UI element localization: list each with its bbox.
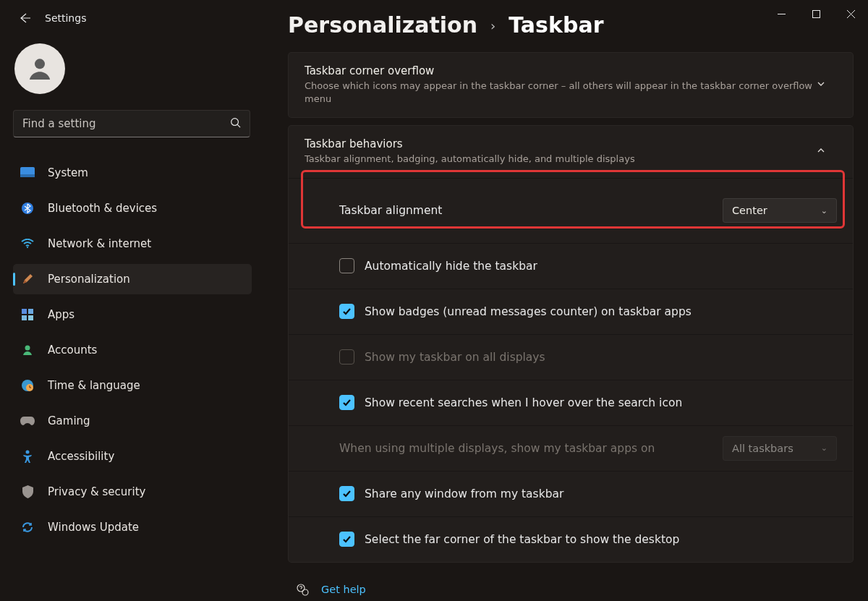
sidebar-item-accounts[interactable]: Accounts	[13, 335, 252, 365]
chevron-down-icon	[817, 80, 837, 90]
setting-label: Show badges (unread messages counter) on…	[365, 305, 692, 318]
svg-point-20	[302, 589, 308, 595]
chevron-right-icon: ›	[490, 18, 495, 33]
search-input[interactable]	[22, 117, 241, 130]
svg-point-18	[26, 451, 30, 454]
breadcrumb-current: Taskbar	[509, 12, 603, 38]
sidebar: System Bluetooth & devices Network & int…	[13, 43, 252, 547]
gamepad-icon	[20, 414, 35, 428]
svg-point-10	[27, 247, 28, 248]
sidebar-item-label: Windows Update	[48, 521, 139, 534]
get-help-row[interactable]: Get help	[288, 570, 854, 599]
setting-label: Select the far corner of the taskbar to …	[365, 533, 679, 546]
sidebar-item-system[interactable]: System	[13, 158, 252, 188]
sidebar-item-label: Privacy & security	[48, 485, 145, 498]
update-icon	[20, 520, 35, 534]
svg-line-6	[237, 124, 240, 127]
svg-rect-8	[20, 174, 35, 177]
chevron-up-icon	[817, 146, 837, 157]
svg-rect-12	[28, 309, 33, 314]
breadcrumb-parent[interactable]: Personalization	[288, 12, 477, 38]
sidebar-item-label: Accounts	[48, 344, 97, 357]
back-button[interactable]	[7, 1, 42, 35]
checkbox-all-displays	[339, 349, 354, 365]
paintbrush-icon	[20, 272, 35, 286]
svg-rect-11	[22, 309, 27, 314]
app-title: Settings	[45, 12, 86, 24]
chevron-down-icon: ⌄	[821, 443, 827, 453]
dropdown-multi-display: All taskbars ⌄	[723, 436, 837, 461]
checkbox-auto-hide[interactable]	[339, 258, 354, 273]
sidebar-item-network[interactable]: Network & internet	[13, 229, 252, 259]
sidebar-item-label: Accessibility	[48, 450, 114, 463]
setting-label: Share any window from my taskbar	[365, 487, 563, 500]
sidebar-item-label: System	[48, 166, 88, 179]
nav-list: System Bluetooth & devices Network & int…	[13, 158, 252, 547]
apps-icon	[20, 307, 35, 322]
row-auto-hide[interactable]: Automatically hide the taskbar	[289, 243, 853, 289]
search-icon	[230, 117, 241, 131]
search-input-wrapper[interactable]	[13, 110, 250, 137]
wifi-icon	[20, 236, 35, 251]
globe-clock-icon	[20, 378, 35, 393]
user-avatar[interactable]	[14, 43, 65, 94]
svg-rect-13	[22, 315, 27, 320]
panel-subtitle: Taskbar alignment, badging, automaticall…	[305, 153, 635, 166]
sidebar-item-label: Network & internet	[48, 237, 151, 250]
setting-label: Automatically hide the taskbar	[365, 260, 537, 273]
sidebar-item-time-language[interactable]: Time & language	[13, 370, 252, 401]
svg-point-4	[35, 59, 45, 69]
setting-label: Taskbar alignment	[339, 204, 442, 217]
get-help-link[interactable]: Get help	[321, 584, 366, 595]
panel-taskbar-corner-overflow[interactable]: Taskbar corner overflow Choose which ico…	[288, 52, 854, 118]
chevron-down-icon: ⌄	[821, 206, 827, 216]
row-show-badges[interactable]: Show badges (unread messages counter) on…	[289, 289, 853, 334]
row-recent-searches[interactable]: Show recent searches when I hover over t…	[289, 380, 853, 425]
sidebar-item-label: Time & language	[48, 379, 140, 392]
bluetooth-icon	[20, 201, 35, 216]
breadcrumb: Personalization › Taskbar	[288, 12, 854, 38]
row-taskbar-alignment: Taskbar alignment Center ⌄	[289, 178, 853, 243]
row-all-displays: Show my taskbar on all displays	[289, 334, 853, 380]
svg-point-5	[231, 118, 239, 125]
person-icon	[20, 343, 35, 357]
shield-icon	[20, 485, 35, 499]
checkbox-recent-searches[interactable]	[339, 395, 354, 410]
sidebar-item-label: Bluetooth & devices	[48, 202, 157, 215]
sidebar-item-windows-update[interactable]: Windows Update	[13, 512, 252, 542]
panel-subtitle: Choose which icons may appear in the tas…	[305, 80, 817, 106]
setting-label: Show my taskbar on all displays	[365, 351, 545, 364]
dropdown-taskbar-alignment[interactable]: Center ⌄	[723, 198, 837, 223]
help-icon	[295, 583, 310, 596]
row-multi-display-apps: When using multiple displays, show my ta…	[289, 425, 853, 471]
display-icon	[20, 166, 35, 180]
checkbox-show-badges[interactable]	[339, 304, 354, 319]
panel-header[interactable]: Taskbar behaviors Taskbar alignment, bad…	[289, 126, 853, 177]
sidebar-item-label: Personalization	[48, 273, 130, 286]
svg-point-15	[25, 346, 30, 351]
svg-rect-14	[28, 315, 33, 320]
sidebar-item-apps[interactable]: Apps	[13, 299, 252, 330]
sidebar-item-personalization[interactable]: Personalization	[13, 264, 252, 294]
row-far-corner[interactable]: Select the far corner of the taskbar to …	[289, 516, 853, 562]
accessibility-icon	[20, 449, 35, 464]
dropdown-value: All taskbars	[732, 443, 793, 454]
panel-taskbar-behaviors: Taskbar behaviors Taskbar alignment, bad…	[288, 125, 854, 562]
checkbox-share-window[interactable]	[339, 486, 354, 501]
main-content: Personalization › Taskbar Taskbar corner…	[288, 4, 854, 597]
sidebar-item-accessibility[interactable]: Accessibility	[13, 441, 252, 472]
sidebar-item-privacy[interactable]: Privacy & security	[13, 477, 252, 507]
setting-label: When using multiple displays, show my ta…	[339, 442, 655, 455]
row-share-window[interactable]: Share any window from my taskbar	[289, 471, 853, 516]
sidebar-item-label: Gaming	[48, 414, 90, 427]
checkbox-far-corner[interactable]	[339, 532, 354, 547]
panel-title: Taskbar behaviors	[305, 137, 635, 150]
sidebar-item-label: Apps	[48, 308, 75, 321]
panel-title: Taskbar corner overflow	[305, 64, 817, 77]
sidebar-item-bluetooth[interactable]: Bluetooth & devices	[13, 193, 252, 223]
dropdown-value: Center	[732, 205, 767, 216]
sidebar-item-gaming[interactable]: Gaming	[13, 406, 252, 436]
setting-label: Show recent searches when I hover over t…	[365, 396, 682, 409]
